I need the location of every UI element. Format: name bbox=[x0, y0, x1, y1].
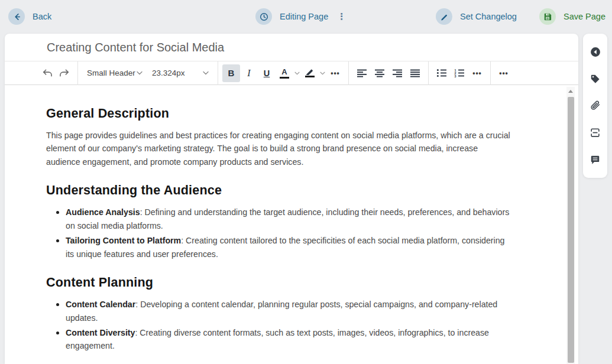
editing-page-label: Editing Page bbox=[280, 12, 328, 21]
bullet-list-button[interactable] bbox=[433, 64, 451, 82]
italic-button[interactable]: I bbox=[240, 64, 258, 82]
toolbar-divider bbox=[77, 61, 78, 85]
section-heading: Content Planning bbox=[46, 275, 513, 290]
more-tools-button[interactable]: ••• bbox=[495, 64, 513, 82]
tags-button[interactable] bbox=[588, 71, 603, 86]
comment-icon bbox=[590, 154, 601, 165]
bullet-list: Content Calendar: Developing a content c… bbox=[46, 298, 513, 353]
bold-button[interactable]: B bbox=[222, 64, 240, 82]
template-icon bbox=[590, 127, 601, 138]
list-item: Content Diversity: Creating diverse cont… bbox=[66, 326, 513, 353]
highlight-color-button[interactable] bbox=[301, 64, 319, 82]
highlighter-icon bbox=[305, 69, 315, 75]
clock-icon bbox=[255, 8, 272, 25]
svg-text:3: 3 bbox=[455, 74, 456, 77]
set-changelog-label: Set Changelog bbox=[460, 12, 517, 21]
undo-button[interactable] bbox=[38, 64, 56, 82]
list-item: Audience Analysis: Defining and understa… bbox=[66, 206, 513, 232]
chevron-down-icon bbox=[203, 71, 209, 75]
section-paragraph: This page provides guidelines and best p… bbox=[46, 129, 513, 168]
underline-button[interactable]: U bbox=[258, 64, 276, 82]
list-item: Tailoring Content to Platform: Creating … bbox=[66, 234, 513, 261]
collapse-sidebar-button[interactable] bbox=[588, 44, 603, 60]
kebab-menu-icon[interactable]: ⋮ bbox=[337, 11, 346, 22]
bullet-list: Audience Analysis: Defining and understa… bbox=[46, 206, 513, 261]
text-color-swatch bbox=[280, 77, 289, 79]
section-heading: General Description bbox=[46, 106, 513, 121]
toolbar-divider bbox=[428, 61, 429, 85]
tag-icon bbox=[590, 73, 601, 84]
list-item: Content Calendar: Developing a content c… bbox=[66, 298, 513, 324]
editor-scrollbar[interactable] bbox=[566, 87, 575, 364]
title-row: Creating Content for Social Media bbox=[5, 34, 578, 61]
more-formats-button[interactable]: ••• bbox=[326, 64, 344, 82]
align-center-button[interactable] bbox=[371, 64, 388, 82]
arrow-left-circle-icon bbox=[590, 46, 601, 58]
page-title-input[interactable]: Creating Content for Social Media bbox=[47, 41, 578, 54]
redo-button[interactable] bbox=[56, 64, 73, 82]
more-lists-button[interactable]: ••• bbox=[468, 64, 486, 82]
align-justify-button[interactable] bbox=[406, 64, 424, 82]
section-heading: Understanding the Audience bbox=[46, 183, 513, 198]
font-size-dropdown[interactable]: 23.324px bbox=[147, 64, 213, 82]
align-left-button[interactable] bbox=[353, 64, 371, 82]
paperclip-icon bbox=[590, 100, 601, 112]
text-color-chevron[interactable] bbox=[293, 72, 301, 75]
top-bar: Back Editing Page ⋮ Set Changelog Save P… bbox=[0, 0, 612, 33]
attachments-button[interactable] bbox=[588, 98, 603, 113]
templates-button[interactable] bbox=[588, 125, 603, 141]
font-size-value: 23.324px bbox=[152, 69, 185, 77]
align-right-button[interactable] bbox=[388, 64, 406, 82]
editing-page-status[interactable]: Editing Page ⋮ bbox=[255, 0, 346, 33]
toolbar-divider bbox=[490, 61, 491, 85]
save-page-label: Save Page bbox=[564, 12, 605, 21]
editor-card: Creating Content for Social Media Small … bbox=[5, 34, 578, 364]
section-general-description: General Description This page provides g… bbox=[46, 106, 513, 168]
editor-side-rail bbox=[583, 34, 607, 178]
highlight-color-swatch bbox=[305, 76, 315, 77]
back-arrow-icon bbox=[8, 8, 25, 25]
save-icon bbox=[539, 8, 556, 25]
scroll-up-button[interactable] bbox=[566, 87, 575, 96]
text-style-dropdown[interactable]: Small Header bbox=[82, 64, 147, 82]
save-page-button[interactable]: Save Page bbox=[539, 0, 605, 33]
toolbar-divider bbox=[348, 61, 349, 85]
chevron-down-icon bbox=[137, 71, 143, 75]
set-changelog-button[interactable]: Set Changelog bbox=[436, 0, 517, 33]
highlight-color-chevron[interactable] bbox=[319, 72, 326, 75]
editor-toolbar: Small Header 23.324px B I U A ••• bbox=[5, 61, 578, 85]
document-editor-body[interactable]: General Description This page provides g… bbox=[5, 86, 564, 364]
numbered-list-button[interactable]: 123 bbox=[451, 64, 468, 82]
toolbar-divider bbox=[218, 61, 218, 85]
pencil-icon bbox=[436, 8, 452, 25]
back-button[interactable]: Back bbox=[8, 0, 51, 33]
scrollbar-thumb[interactable] bbox=[568, 97, 574, 363]
section-content-planning: Content Planning Content Calendar: Devel… bbox=[46, 275, 513, 353]
section-understanding-audience: Understanding the Audience Audience Anal… bbox=[46, 183, 513, 261]
comments-button[interactable] bbox=[588, 152, 603, 167]
back-label: Back bbox=[33, 12, 51, 21]
text-color-button[interactable]: A bbox=[276, 64, 293, 82]
text-style-value: Small Header bbox=[87, 69, 135, 77]
